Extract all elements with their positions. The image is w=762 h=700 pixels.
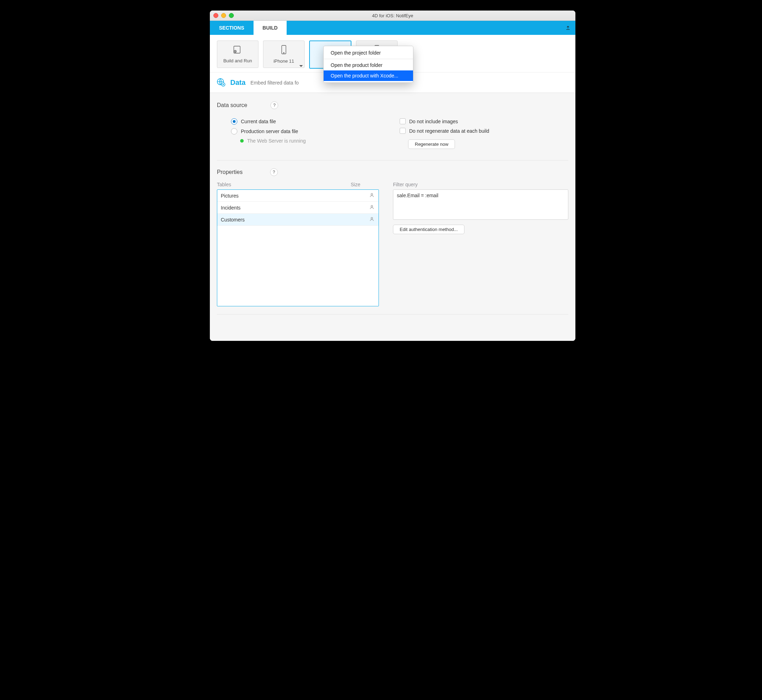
properties-heading: Properties <box>217 169 243 175</box>
regenerate-now-button[interactable]: Regenerate now <box>408 139 455 149</box>
user-icon <box>369 217 375 222</box>
table-row[interactable]: Pictures <box>217 190 378 202</box>
filter-query-value: sale.Email = :email <box>397 192 439 198</box>
project-dropdown-menu: Open the project folder Open the product… <box>323 46 414 83</box>
divider <box>217 314 568 314</box>
filter-query-label: Filter query <box>393 182 568 188</box>
titlebar: 4D for iOS: NotifEye <box>210 11 575 21</box>
svg-point-8 <box>371 205 373 207</box>
phone-icon <box>280 45 287 56</box>
svg-point-3 <box>283 53 284 53</box>
size-column-label: Size <box>351 182 379 188</box>
radio-production-server-label: Production server data file <box>241 128 298 134</box>
device-select-button[interactable]: iPhone 11 <box>263 41 304 68</box>
window-title: 4D for iOS: NotifEye <box>210 13 575 18</box>
server-status-text: The Web Server is running <box>247 138 306 144</box>
user-icon <box>369 192 375 198</box>
content-body: Data source ? Current data file Producti… <box>210 93 575 341</box>
build-and-run-label: Build and Run <box>223 58 252 63</box>
checkbox-no-images-label: Do not include images <box>409 119 458 124</box>
section-subtitle: Embed filtered data fo <box>250 80 298 86</box>
menu-separator <box>323 59 413 59</box>
server-status-dot-icon <box>240 139 244 142</box>
divider <box>217 160 568 161</box>
data-source-heading: Data source <box>217 102 247 108</box>
radio-current-data-file[interactable] <box>231 118 237 125</box>
build-and-run-button[interactable]: Build and Run <box>217 41 258 68</box>
checkbox-no-regenerate[interactable] <box>400 128 406 134</box>
filter-query-input[interactable]: sale.Email = :email <box>393 189 568 220</box>
tab-build[interactable]: BUILD <box>253 21 287 35</box>
table-row[interactable]: Incidents <box>217 202 378 214</box>
section-title: Data <box>230 78 245 87</box>
svg-point-7 <box>371 193 373 195</box>
device-label: iPhone 11 <box>273 58 294 64</box>
checkbox-no-regenerate-label: Do not regenerate data at each build <box>409 128 489 134</box>
chevron-down-icon <box>299 65 303 67</box>
data-globe-icon <box>216 78 225 88</box>
table-name: Incidents <box>221 205 345 211</box>
tab-sections[interactable]: SECTIONS <box>210 21 253 35</box>
tables-list[interactable]: Pictures Incidents Customers <box>217 189 379 306</box>
main-tabbar: SECTIONS BUILD <box>210 21 575 35</box>
user-icon <box>369 205 375 211</box>
help-button-data-source[interactable]: ? <box>270 102 278 109</box>
radio-production-server[interactable] <box>231 128 237 134</box>
table-row[interactable]: Customers <box>217 214 378 226</box>
play-gear-icon <box>233 45 243 55</box>
table-name: Pictures <box>221 193 345 198</box>
menu-open-product-xcode[interactable]: Open the product with Xcode... <box>323 70 413 81</box>
app-window: 4D for iOS: NotifEye SECTIONS BUILD Buil… <box>210 11 575 341</box>
tables-column-label: Tables <box>217 182 351 188</box>
svg-point-9 <box>371 217 373 219</box>
table-name: Customers <box>221 217 345 222</box>
help-button-properties[interactable]: ? <box>270 168 278 176</box>
menu-open-product-folder[interactable]: Open the product folder <box>323 60 413 70</box>
menu-open-project-folder[interactable]: Open the project folder <box>323 47 413 58</box>
export-icon[interactable] <box>565 25 570 30</box>
radio-current-data-file-label: Current data file <box>241 119 276 124</box>
edit-auth-method-button[interactable]: Edit authentication method... <box>393 225 464 234</box>
checkbox-no-images[interactable] <box>400 118 406 124</box>
